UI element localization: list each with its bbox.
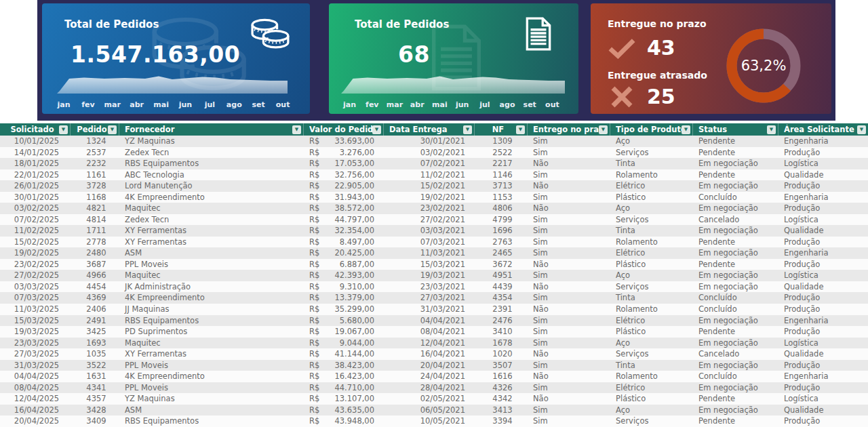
table-cell: RBS Equipamentos [119,315,304,327]
kpi-card-total-value: Total de Pedidos 1.547.163,00 [42,3,310,114]
table-cell: Engenharia [778,315,868,327]
table-cell: 07/03/2021 [384,237,475,248]
filter-dropdown-button[interactable]: ▼ [292,125,301,134]
table-cell: 15/03/2021 [384,259,475,270]
table-row: 22/01/20251161ABC TecnologiaR$32.756,001… [0,169,868,181]
table-cell: Serviços [610,281,693,293]
table-cell: R$8.497,00 [304,237,384,248]
table-header-row: Solicitado▼Pedido▼Fornecedor▼Valor do Pe… [0,123,868,136]
table-cell: Rolamento [610,371,693,382]
table-body: 10/01/20251324YZ MaquinasR$33.693,0030/0… [0,136,868,427]
currency-prefix: R$ [309,203,319,214]
filter-dropdown-button[interactable]: ▼ [463,125,472,134]
table-cell: Concluído [693,292,778,304]
table-cell: Não [528,348,610,360]
table-cell: 27/02/2025 [0,270,71,281]
column-header-9: Status▼ [693,123,778,136]
table-cell: Concluído [693,192,778,203]
table-row: 27/03/20251035XY FerramentasR$41.144,001… [0,348,868,360]
table-cell: Tinta [610,158,693,169]
table-cell: R$13.107,00 [304,393,384,405]
table-cell: 4K Empreendimento [119,192,304,203]
on-time-label: Entregue no prazo [608,18,707,29]
table-cell: 19/03/2021 [384,270,475,281]
table-cell: RBS Equipamentos [119,158,304,169]
table-cell: Produção [778,147,868,159]
filter-dropdown-button[interactable]: ▼ [372,125,381,134]
column-header-label: Tipo de Produto [616,125,682,134]
table-cell: 1161 [71,169,119,181]
column-header-label: Pedido [76,125,108,134]
month-label: jan [338,100,361,109]
month-label: jan [52,100,76,109]
table-cell: Plástico [610,393,693,405]
currency-prefix: R$ [309,338,319,349]
table-cell: Serviços [610,415,693,427]
value-sparkline-months: janfevmarabrmaijunjulagosetout [52,100,295,109]
table-cell: 3672 [475,259,528,270]
filter-dropdown-button[interactable]: ▼ [108,125,117,134]
table-cell: ASM [119,247,304,259]
filter-dropdown-button[interactable]: ▼ [599,125,608,134]
table-cell: Engenharia [778,371,868,382]
table-cell: 1678 [475,338,528,349]
late-label: Entregue atrasado [608,70,707,81]
filter-dropdown-button[interactable]: ▼ [59,125,68,134]
amount-value: 38.572,00 [334,203,374,214]
currency-prefix: R$ [309,415,319,427]
currency-prefix: R$ [309,281,319,293]
table-cell: 2491 [71,315,119,327]
table-cell: Rolamento [610,169,693,181]
amount-value: 32.354,00 [334,225,374,237]
table-cell: PPL Moveis [119,360,304,371]
month-label: out [271,100,295,109]
filter-dropdown-button[interactable]: ▼ [682,125,690,134]
table-cell: Pendente [693,147,778,159]
amount-value: 44.710,00 [334,382,374,394]
column-header-6: NF▼ [475,123,528,136]
table-cell: R$35.299,00 [304,304,384,315]
table-cell: 23/02/2021 [384,203,475,214]
table-cell: 03/02/2025 [0,203,71,214]
table-cell: R$33.693,00 [304,136,384,147]
column-header-2: Pedido▼ [71,123,119,136]
amount-value: 43.948,00 [334,415,374,427]
table-cell: Não [528,158,610,169]
table-cell: 30/01/2025 [0,192,71,203]
amount-value: 22.905,00 [334,180,374,192]
table-cell: R$19.067,00 [304,326,384,338]
table-cell: 31/03/2021 [384,304,475,315]
filter-dropdown-button[interactable]: ▼ [857,125,866,134]
table-cell: Produção [778,259,868,270]
month-label: jun [174,100,198,109]
currency-prefix: R$ [309,393,319,405]
table-cell: 1020 [475,348,528,360]
table-cell: R$42.393,00 [304,270,384,281]
table-cell: Pendente [693,259,778,270]
month-label: mar [100,100,125,109]
column-header-label: Status [698,125,767,134]
amount-value: 3.276,00 [340,147,374,159]
table-cell: Produção [778,415,868,427]
kpi-card-total-orders: Total de Pedidos 68 janfevmarabrmaijunju… [329,3,578,114]
table-cell: Elétrico [610,247,693,259]
table-cell: R$44.710,00 [304,382,384,394]
filter-dropdown-button[interactable]: ▼ [516,125,525,134]
table-cell: Pendente [693,169,778,181]
table-cell: Serviços [610,147,693,159]
filter-dropdown-button[interactable]: ▼ [767,125,776,134]
table-cell: Tinta [610,225,693,237]
table-cell: 1696 [475,225,528,237]
table-cell: Produção [778,304,868,315]
currency-prefix: R$ [309,247,319,259]
table-cell: Não [528,371,610,382]
currency-prefix: R$ [309,192,319,203]
table-row: 19/03/20253425PD SuprimentosR$19.067,000… [0,326,868,338]
currency-prefix: R$ [309,405,319,416]
table-cell: Não [528,393,610,405]
column-header-label: Fornecedor [125,125,292,134]
currency-prefix: R$ [309,237,319,248]
table-cell: 07/02/2025 [0,214,71,226]
table-cell: Serviços [610,214,693,226]
table-row: 23/02/20253687PPL MoveisR$6.887,0015/03/… [0,259,868,270]
